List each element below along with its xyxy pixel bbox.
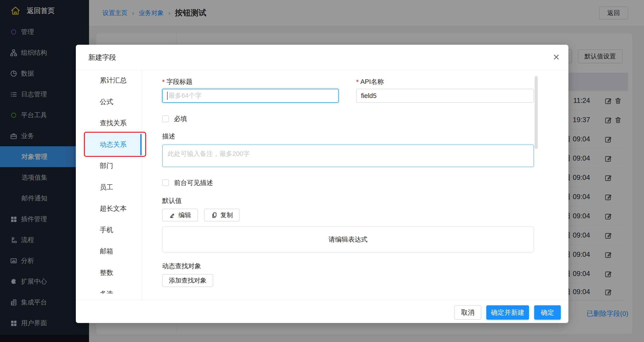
add-lookup-object-button[interactable]: 添加查找对象 bbox=[162, 274, 213, 287]
nav-item-department[interactable]: 部门 bbox=[76, 155, 142, 177]
new-field-modal: 新建字段 ✕ 累计汇总 公式 查找关系 动态关系 部门 员工 超长文本 手机 邮… bbox=[76, 45, 568, 323]
confirm-button[interactable]: 确定 bbox=[534, 305, 561, 320]
text-cursor bbox=[167, 92, 168, 100]
nav-item-rollup-summary[interactable]: 累计汇总 bbox=[76, 70, 142, 91]
required-checkbox[interactable] bbox=[162, 116, 169, 122]
nav-item-long-text[interactable]: 超长文本 bbox=[76, 198, 142, 220]
modal-footer-divider bbox=[76, 300, 568, 300]
nav-item-email[interactable]: 邮箱 bbox=[76, 241, 142, 262]
modal-nav-divider bbox=[142, 70, 142, 300]
required-asterisk: * bbox=[356, 78, 358, 86]
field-title-input[interactable]: 最多64个字 bbox=[162, 89, 339, 103]
nav-item-integer[interactable]: 整数 bbox=[76, 262, 142, 284]
close-icon[interactable]: ✕ bbox=[550, 50, 563, 64]
nav-item-dynamic-relation[interactable]: 动态关系 bbox=[85, 134, 142, 156]
copy-icon bbox=[211, 212, 218, 218]
field-title-placeholder: 最多64个字 bbox=[168, 91, 202, 100]
nav-item-phone[interactable]: 手机 bbox=[76, 220, 142, 241]
edit-expression-button[interactable]: 编辑 bbox=[162, 209, 198, 222]
description-textarea[interactable]: 此处可输入备注，最多200字 bbox=[162, 144, 534, 167]
nav-item-multi-select[interactable]: 多选 bbox=[76, 284, 142, 294]
pencil-icon bbox=[169, 212, 176, 218]
field-type-nav: 累计汇总 公式 查找关系 动态关系 部门 员工 超长文本 手机 邮箱 整数 多选 bbox=[76, 70, 142, 294]
default-value-label: 默认值 bbox=[162, 196, 182, 205]
modal-scrollbar[interactable] bbox=[534, 76, 538, 149]
modal-header-divider bbox=[76, 70, 568, 70]
field-title-label: * 字段标题 bbox=[162, 78, 192, 86]
modal-title: 新建字段 bbox=[88, 53, 116, 62]
cancel-button[interactable]: 取消 bbox=[454, 305, 482, 320]
api-name-input[interactable]: field5 bbox=[356, 89, 534, 103]
nav-item-employee[interactable]: 员工 bbox=[76, 177, 142, 198]
confirm-and-new-button[interactable]: 确定并新建 bbox=[486, 305, 529, 320]
description-label: 描述 bbox=[162, 132, 175, 141]
app-root: 返回首页 管理 组织结构 数据 日志管理 平台工具 bbox=[0, 0, 644, 342]
api-name-label: * API名称 bbox=[356, 78, 384, 86]
nav-item-formula[interactable]: 公式 bbox=[76, 91, 142, 113]
dynamic-lookup-label: 动态查找对象 bbox=[162, 262, 201, 271]
expression-placeholder: 请编辑表达式 bbox=[328, 235, 368, 244]
copy-expression-button[interactable]: 复制 bbox=[204, 209, 240, 222]
required-checkbox-label: 必填 bbox=[174, 114, 187, 124]
front-visible-checkbox[interactable] bbox=[162, 180, 169, 186]
api-name-value: field5 bbox=[361, 92, 376, 100]
expression-editor-box[interactable]: 请编辑表达式 bbox=[162, 226, 534, 252]
front-visible-label: 前台可见描述 bbox=[174, 178, 213, 188]
nav-item-lookup-relation[interactable]: 查找关系 bbox=[76, 112, 142, 134]
required-asterisk: * bbox=[162, 78, 165, 86]
description-placeholder: 此处可输入备注，最多200字 bbox=[168, 150, 250, 157]
